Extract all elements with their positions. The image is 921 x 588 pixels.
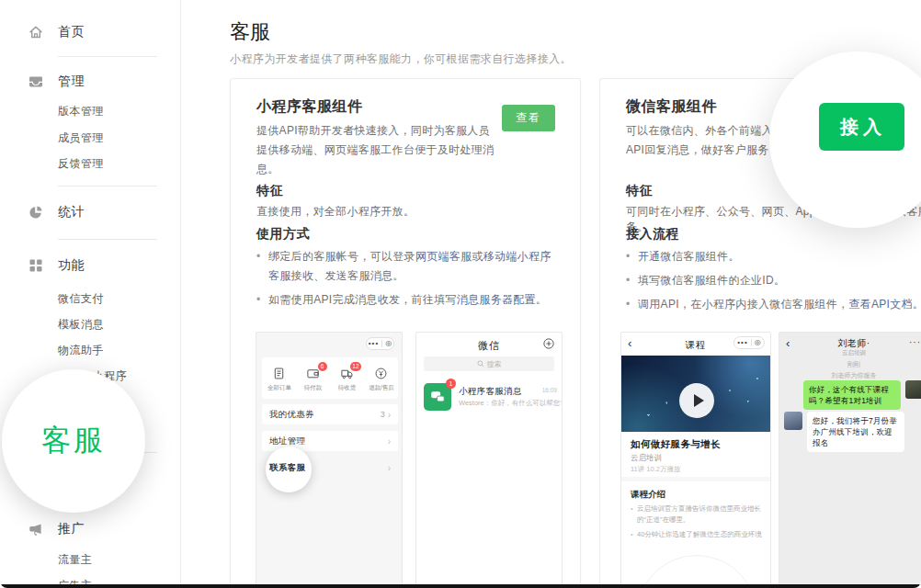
time-hint: 刚刚 bbox=[779, 360, 921, 369]
sidebar-item-label: 功能 bbox=[58, 257, 85, 274]
sidebar-divider bbox=[58, 239, 157, 240]
sidebar-item-manage[interactable]: 管理 bbox=[28, 74, 85, 90]
screenshot-course-page: ‹ 课程 •••◎ 如何做好服务与增长 云启培训 11讲 10.2万播放 课程介… bbox=[620, 332, 771, 588]
section-divider bbox=[621, 477, 771, 481]
sidebar-item-label: 推广 bbox=[58, 521, 85, 537]
text-run: 。 bbox=[913, 298, 921, 311]
inline-link[interactable]: 网页端客服 bbox=[415, 250, 472, 263]
sidebar-item-label: 首页 bbox=[58, 24, 85, 40]
sidebar-item-logistics[interactable]: 物流助手 bbox=[58, 343, 104, 358]
grid-item-to-pay: 6 待付款 bbox=[298, 367, 329, 392]
page-subtitle: 小程序为开发者提供了两种客服能力，你可根据需求自行选择接入。 bbox=[230, 51, 572, 67]
mp-console-page: 首页 管理 版本管理 成员管理 反馈管理 统计 bbox=[0, 0, 921, 588]
chat-name: 小程序客服消息 bbox=[459, 386, 522, 398]
inline-link[interactable]: 消息服务器配置 bbox=[457, 293, 536, 306]
inline-link[interactable]: 查看API文档 bbox=[848, 298, 912, 311]
refund-icon bbox=[374, 367, 388, 380]
text-run: 接收、发送客服消息。 bbox=[291, 269, 404, 282]
agent-avatar bbox=[784, 412, 802, 430]
card-title: 小程序客服组件 bbox=[256, 97, 363, 117]
text-run: 填写微信客服组件的企业ID。 bbox=[638, 274, 785, 287]
feature-heading: 特征 bbox=[256, 183, 283, 199]
sidebar-item-promo[interactable]: 推广 bbox=[28, 521, 85, 537]
chat-list-item: 1 小程序客服消息 Westore：你好，有什么可以帮您? 16:09 bbox=[416, 379, 563, 415]
wechat-nav-title: 微信 bbox=[416, 339, 562, 353]
sidebar-item-customer-service[interactable]: 客服 bbox=[41, 421, 106, 461]
exit-icon: ◎ bbox=[755, 339, 761, 346]
course-intro-point: 40分钟让你迅速了解微信生态的商业环境 bbox=[631, 529, 763, 540]
badge: 12 bbox=[350, 362, 360, 371]
sidebar-item-traffic-owner[interactable]: 流量主 bbox=[58, 552, 93, 568]
miniprogram-capsule: •••◎ bbox=[733, 336, 765, 349]
visitor-avatar bbox=[905, 380, 921, 399]
join-button[interactable]: 接入 bbox=[819, 103, 904, 151]
sidebar-item-features[interactable]: 功能 bbox=[28, 257, 85, 274]
sidebar-item-label: 管理 bbox=[58, 74, 85, 90]
view-button[interactable]: 查看 bbox=[502, 105, 555, 131]
sidebar: 首页 管理 版本管理 成员管理 反馈管理 统计 bbox=[0, 0, 181, 588]
course-intro-list: 云启培训官方直播告诉你微信里商业增长的“正道”在哪里。 40分钟让你迅速了解微信… bbox=[631, 503, 763, 544]
sidebar-divider bbox=[58, 186, 157, 187]
text-run: 如需使用API完成消息收发，前往填写 bbox=[268, 293, 457, 306]
feature-text: 直接使用，对全部小程序开放。 bbox=[256, 204, 415, 220]
card-description: 提供API帮助开发者快速接入，同时为客服人员提供移动端、网页端客服工作台便于及时… bbox=[256, 121, 499, 179]
decorative-circle bbox=[637, 555, 756, 588]
text-run: 调用API，在小程序内接入微信客服组件， bbox=[638, 298, 848, 311]
grid-item-all-orders: 全部订单 bbox=[264, 367, 295, 392]
sidebar-item-feedback-manage[interactable]: 反馈管理 bbox=[58, 156, 104, 172]
sidebar-divider bbox=[58, 56, 157, 57]
chat-preview: Westore：你好，有什么可以帮您? bbox=[459, 399, 563, 408]
more-icon: ••• bbox=[369, 340, 379, 347]
miniprogram-capsule: •••◎ bbox=[366, 337, 394, 350]
usage-bullet: 如需使用API完成消息收发，前往填写消息服务器配置。 bbox=[256, 290, 560, 310]
text-run: 。 bbox=[536, 293, 547, 306]
play-button bbox=[679, 383, 714, 418]
grid-item-refund: 退款/售后 bbox=[366, 367, 397, 392]
chat-bubbles-icon bbox=[429, 389, 446, 405]
list-item-coupons: 我的优惠券 3 › bbox=[262, 404, 398, 424]
coupon-count: 3 bbox=[381, 410, 385, 419]
search-bar: 搜索 bbox=[424, 356, 554, 371]
window-bottom-edge bbox=[0, 584, 921, 588]
agent-message-bubble: 您好，我们将于7月份举办广州线下培训，欢迎报名 bbox=[807, 412, 904, 452]
home-icon bbox=[28, 24, 44, 40]
usage-bullet: 绑定后的客服帐号，可以登录网页端客服或移动端小程序客服接收、发送客服消息。 bbox=[256, 247, 560, 286]
course-author: 云启培训 bbox=[631, 453, 662, 464]
course-intro-heading: 课程介绍 bbox=[631, 489, 665, 501]
sidebar-item-stats[interactable]: 统计 bbox=[28, 204, 85, 220]
unread-badge: 1 bbox=[446, 379, 456, 389]
sidebar-item-home[interactable]: 首页 bbox=[28, 24, 85, 40]
exit-icon: ◎ bbox=[385, 340, 392, 347]
order-list-icon bbox=[272, 367, 286, 380]
search-placeholder: 搜索 bbox=[487, 359, 502, 369]
plus-icon bbox=[543, 338, 554, 349]
flow-bullet: 填写微信客服组件的企业ID。 bbox=[626, 271, 921, 290]
chevron-right-icon: › bbox=[388, 463, 391, 473]
pie-chart-icon bbox=[28, 204, 44, 220]
usage-heading: 使用方式 bbox=[256, 226, 310, 243]
page-title: 客服 bbox=[230, 18, 270, 46]
sidebar-spotlight-circle: 客服 bbox=[2, 369, 145, 513]
sidebar-item-label: 统计 bbox=[58, 204, 85, 220]
sidebar-item-version-manage[interactable]: 版本管理 bbox=[58, 104, 104, 119]
course-meta: 11讲 10.2万播放 bbox=[631, 465, 680, 474]
service-hint: 刘老师为你服务 bbox=[779, 371, 921, 380]
sidebar-item-template-message[interactable]: 模板消息 bbox=[58, 317, 104, 333]
screenshot-service-chat: ‹ ··· 刘老师· 云启培训 刚刚 刘老师为你服务 你好，这个有线下课程吗？希… bbox=[779, 332, 921, 588]
inline-link[interactable]: 开通 bbox=[638, 250, 661, 263]
play-icon bbox=[694, 394, 704, 407]
text-run: 或 bbox=[472, 250, 483, 263]
course-title: 如何做好服务与增长 bbox=[631, 438, 721, 451]
agent-org: 云启培训 bbox=[779, 349, 921, 357]
order-icons-card: 全部订单 6 待付款 12 bbox=[262, 357, 398, 399]
sidebar-item-wechat-pay[interactable]: 微信支付 bbox=[58, 291, 104, 307]
sidebar-item-member-manage[interactable]: 成员管理 bbox=[58, 130, 104, 146]
flow-bullet: 调用API，在小程序内接入微信客服组件，查看API文档。 bbox=[626, 295, 921, 314]
text-run: 微信客服组件。 bbox=[661, 250, 740, 263]
card-title: 微信客服组件 bbox=[626, 97, 717, 117]
chevron-right-icon: › bbox=[388, 410, 391, 420]
text-run: 绑定后的客服帐号，可以登录 bbox=[268, 250, 415, 263]
search-icon bbox=[477, 360, 484, 368]
chevron-right-icon: › bbox=[388, 436, 391, 447]
more-icon: ••• bbox=[737, 339, 747, 346]
